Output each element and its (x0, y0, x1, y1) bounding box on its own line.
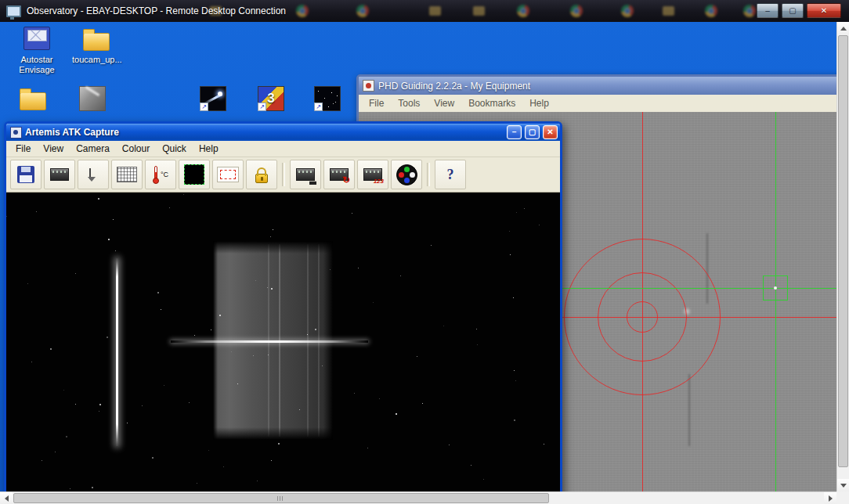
toolbar-separator (427, 163, 430, 186)
save-image-button[interactable] (10, 160, 42, 189)
vertical-scroll-thumb[interactable] (838, 35, 848, 467)
scroll-down-button[interactable] (837, 479, 849, 491)
camera-settings-button[interactable] (44, 160, 75, 189)
image-transfer-button[interactable] (78, 160, 109, 189)
help-button[interactable]: ? (435, 160, 466, 189)
horizontal-scroll-thumb[interactable] (13, 493, 549, 503)
camera-connect-button[interactable] (290, 160, 321, 189)
desktop-icon-registax[interactable]: 3 (254, 86, 288, 111)
image-file-icon (79, 86, 106, 111)
camera-sensor-icon (50, 168, 69, 181)
autostar-envisage-icon (23, 27, 50, 52)
question-mark-icon: ? (447, 167, 454, 183)
artemis-menu-view[interactable]: View (37, 142, 70, 157)
display-settings-button[interactable] (111, 160, 143, 189)
scroll-left-button[interactable] (0, 492, 13, 504)
remote-desktop-screen: Observatory - EBAY-DESKTOP - Remote Desk… (0, 0, 849, 504)
phd-menu-tools[interactable]: Tools (391, 95, 427, 112)
starfield-image-icon (314, 86, 341, 111)
shortcut-arrow-icon (314, 103, 323, 111)
artemis-menu-camera[interactable]: Camera (70, 142, 116, 157)
registax-icon: 3 (258, 86, 284, 111)
rdp-maximize-button[interactable]: ▢ (782, 3, 804, 18)
subframe-select-button[interactable] (212, 160, 244, 189)
phd-menu-view[interactable]: View (427, 95, 461, 112)
loop-icon: ↻ (342, 175, 350, 185)
image-streak (688, 374, 690, 446)
lock-button[interactable] (246, 160, 277, 189)
artemis-app-icon (10, 127, 22, 139)
lockline-vertical-green (775, 112, 776, 502)
folder-icon (20, 86, 46, 111)
emission-line (171, 340, 368, 343)
desktop-icon-label: Autostar Envisage (13, 55, 61, 75)
artemis-menu-colour[interactable]: Colour (116, 142, 156, 157)
shortcut-arrow-icon (258, 103, 266, 111)
scrollbar-corner (836, 491, 849, 504)
scroll-right-button[interactable] (824, 492, 836, 504)
transfer-icon (88, 167, 99, 182)
guide-star-lock-box (763, 275, 788, 301)
cooler-temperature-button[interactable]: °C (145, 160, 176, 189)
artemis-toolbar: °C ↻ 123 ? (6, 157, 560, 193)
artemis-minimize-button[interactable]: – (507, 125, 522, 139)
vertical-scrollbar[interactable] (836, 22, 849, 491)
thermometer-icon (153, 165, 159, 184)
horizontal-scrollbar[interactable] (0, 491, 836, 504)
desktop-icon-label: toucam_up... (72, 55, 121, 65)
rdp-minimize-button[interactable]: – (757, 3, 779, 18)
camera-icon (296, 168, 315, 181)
camera-icon: 123 (363, 168, 382, 181)
desktop-icon-folder[interactable] (16, 86, 50, 111)
scroll-up-button[interactable] (837, 22, 849, 34)
artemis-titlebar[interactable]: Artemis ATK Capture – ▢ ✕ (6, 124, 560, 141)
dark-frame-icon (184, 164, 204, 185)
rdp-window-controls: – ▢ ✕ (757, 0, 841, 22)
artemis-maximize-button[interactable]: ▢ (525, 125, 540, 139)
dark-frame-button[interactable] (179, 160, 210, 189)
artemis-capture-window: Artemis ATK Capture – ▢ ✕ File View Came… (4, 121, 562, 504)
sequence-counter-label: 123 (374, 178, 384, 185)
toolbar-separator (282, 163, 285, 186)
colour-wheel-icon (396, 164, 417, 185)
desktop-icon-autostar-envisage[interactable]: Autostar Envisage (13, 27, 61, 75)
padlock-icon (255, 174, 268, 183)
artemis-menu-file[interactable]: File (9, 142, 37, 157)
remote-desktop-icon (6, 5, 21, 17)
camera-sequence-button[interactable]: 123 (357, 160, 388, 189)
desktop-icon-comet-image[interactable] (196, 86, 230, 111)
phd-menu-file[interactable]: File (362, 95, 391, 112)
desktop-icon-image-file[interactable] (75, 86, 110, 111)
rdp-window-title: Observatory - EBAY-DESKTOP - Remote Desk… (27, 5, 286, 16)
guide-star (774, 286, 777, 290)
phd-menubar: File Tools View Bookmarks Help (359, 95, 847, 113)
artemis-menubar: File View Camera Colour Quick Help (6, 141, 560, 157)
phd-window-title: PHD Guiding 2.2.2a - My Equipment (378, 81, 530, 92)
shortcut-arrow-icon (200, 103, 208, 111)
plug-icon (309, 179, 316, 185)
crosshair-vertical-red (642, 112, 643, 502)
desktop-icon-toucam-folder[interactable]: toucam_up... (72, 27, 121, 65)
temperature-label: °C (161, 171, 168, 178)
floppy-disk-icon (17, 166, 34, 183)
camera-icon: ↻ (330, 168, 349, 181)
rdp-close-button[interactable]: ✕ (807, 3, 841, 18)
phd-app-icon (363, 80, 374, 92)
phd-menu-help[interactable]: Help (522, 95, 556, 112)
spectrograph-slit (116, 258, 118, 446)
registax-badge: 3 (267, 91, 274, 106)
artemis-window-title: Artemis ATK Capture (25, 127, 504, 138)
folder-icon (83, 27, 110, 52)
artemis-image[interactable] (6, 193, 560, 502)
desktop-icon-starfield-image[interactable] (310, 86, 345, 111)
comet-image-icon (200, 86, 226, 111)
subframe-icon (217, 167, 239, 182)
phd-titlebar[interactable]: PHD Guiding 2.2.2a - My Equipment (359, 77, 847, 95)
artemis-menu-help[interactable]: Help (193, 142, 225, 157)
artemis-close-button[interactable]: ✕ (543, 125, 558, 139)
rdp-titlebar[interactable]: Observatory - EBAY-DESKTOP - Remote Desk… (0, 0, 849, 22)
artemis-menu-quick[interactable]: Quick (156, 142, 193, 157)
colour-wheel-button[interactable] (391, 160, 422, 189)
phd-menu-bookmarks[interactable]: Bookmarks (461, 95, 522, 112)
camera-loop-exposure-button[interactable]: ↻ (323, 160, 355, 189)
